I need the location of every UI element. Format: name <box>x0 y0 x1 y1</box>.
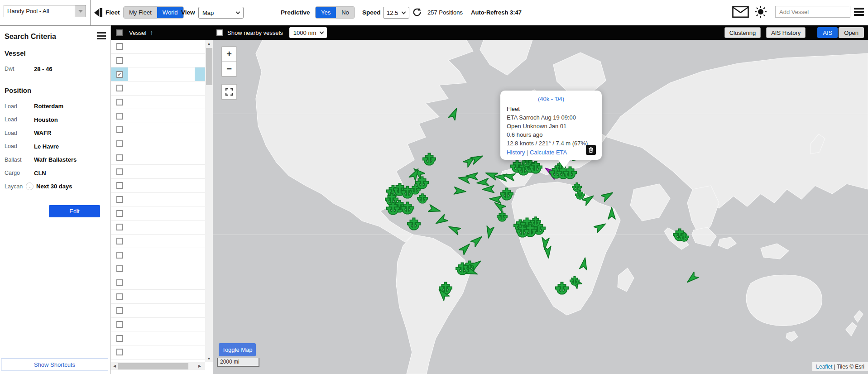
scroll-up-icon[interactable]: ▲ <box>205 40 213 47</box>
predictive-no-button[interactable]: No <box>336 7 355 18</box>
anchor-vessel-marker[interactable] <box>497 211 508 223</box>
vessel-row[interactable] <box>111 248 205 262</box>
underway-vessel-marker[interactable] <box>447 222 461 237</box>
vessel-name-cell[interactable] <box>128 221 195 234</box>
anchor-vessel-marker[interactable] <box>555 281 569 296</box>
vessel-checkbox[interactable] <box>116 265 123 272</box>
vessel-name-cell[interactable] <box>128 137 195 151</box>
vessel-checkbox[interactable] <box>116 335 123 342</box>
horizontal-scroll-thumb[interactable] <box>118 363 188 369</box>
delete-button[interactable] <box>586 145 596 155</box>
vessel-name-cell[interactable] <box>128 318 195 331</box>
clustering-button[interactable]: Clustering <box>724 27 761 38</box>
vessel-row[interactable] <box>111 40 205 54</box>
underway-vessel-marker[interactable] <box>685 272 699 287</box>
vessel-row[interactable] <box>111 54 205 68</box>
vessel-name-cell[interactable] <box>128 304 195 317</box>
vessel-row[interactable] <box>111 193 205 207</box>
vessel-row[interactable] <box>111 82 205 96</box>
vessel-row[interactable] <box>111 221 205 235</box>
sort-ascending-icon[interactable]: ↑ <box>150 29 153 36</box>
anchor-vessel-marker[interactable] <box>679 232 689 243</box>
mail-icon[interactable] <box>732 6 749 19</box>
vessel-name-cell[interactable] <box>128 276 195 290</box>
world-button[interactable]: World <box>157 7 183 18</box>
vessel-name-cell[interactable] <box>128 345 195 359</box>
vessel-checkbox[interactable] <box>116 140 123 147</box>
vessel-row[interactable] <box>111 318 205 332</box>
vessel-column-header[interactable]: Vessel <box>129 29 146 36</box>
underway-vessel-marker[interactable] <box>582 192 595 207</box>
vessel-name-cell[interactable] <box>128 40 195 53</box>
speed-select[interactable]: 12.5 <box>383 7 409 19</box>
vessel-row[interactable] <box>111 165 205 179</box>
anchor-vessel-marker[interactable] <box>529 160 542 175</box>
refresh-icon[interactable] <box>412 7 422 19</box>
vessel-row[interactable] <box>111 304 205 318</box>
underway-vessel-marker[interactable] <box>601 189 614 204</box>
vessel-checkbox[interactable] <box>116 85 123 91</box>
underway-vessel-marker[interactable] <box>459 241 472 256</box>
vessel-row[interactable] <box>111 290 205 304</box>
vessel-name-cell[interactable] <box>128 67 195 81</box>
vessel-checkbox[interactable] <box>116 154 123 161</box>
vessel-checkbox[interactable] <box>116 293 123 300</box>
vessel-row[interactable] <box>111 331 205 345</box>
vertical-scroll-thumb[interactable] <box>206 48 212 85</box>
vessel-name-cell[interactable] <box>128 206 195 220</box>
underway-vessel-marker[interactable] <box>436 287 450 302</box>
vessel-checkbox[interactable] <box>116 168 123 175</box>
vessel-name-cell[interactable] <box>128 179 195 192</box>
show-nearby-checkbox[interactable] <box>216 29 223 36</box>
vessel-row[interactable] <box>111 179 205 193</box>
vessel-checkbox[interactable] <box>116 113 123 120</box>
vessel-checkbox[interactable] <box>116 279 123 286</box>
vessel-checkbox[interactable] <box>116 71 123 78</box>
vessel-row[interactable] <box>111 67 205 82</box>
ais-history-button[interactable]: AIS History <box>766 27 806 38</box>
vessel-name-cell[interactable] <box>128 248 195 262</box>
anchor-vessel-marker[interactable] <box>516 224 529 239</box>
vessel-name-cell[interactable] <box>128 262 195 276</box>
vessel-name-cell[interactable] <box>128 54 195 67</box>
vessel-row[interactable] <box>111 235 205 249</box>
vessel-row[interactable] <box>111 151 205 165</box>
vessel-checkbox[interactable] <box>116 182 123 189</box>
anchor-vessel-marker[interactable] <box>401 201 414 216</box>
vessel-row[interactable] <box>111 262 205 276</box>
range-select[interactable]: 1000 nm <box>289 27 327 38</box>
vessel-name-cell[interactable] <box>128 82 195 95</box>
anchor-vessel-marker[interactable] <box>407 217 421 232</box>
select-all-checkbox[interactable] <box>116 29 123 36</box>
horizontal-scrollbar[interactable]: ◀ ▶ <box>111 362 205 370</box>
leaflet-link[interactable]: Leaflet <box>816 364 832 370</box>
vessel-row[interactable] <box>111 123 205 137</box>
vessel-row[interactable] <box>111 109 205 123</box>
pool-select[interactable]: Handy Pool - All <box>4 5 86 17</box>
calculate-eta-link[interactable]: Calculate ETA <box>530 149 567 156</box>
zoom-out-button[interactable]: − <box>222 62 236 76</box>
vessel-row[interactable] <box>111 96 205 110</box>
vessel-checkbox[interactable] <box>116 252 123 259</box>
vessel-name-cell[interactable] <box>128 96 195 109</box>
vessel-row[interactable] <box>111 276 205 290</box>
fullscreen-button[interactable] <box>221 84 237 100</box>
anchor-vessel-marker[interactable] <box>530 216 541 228</box>
my-fleet-button[interactable]: My Fleet <box>124 7 157 18</box>
underway-vessel-marker[interactable] <box>577 257 591 272</box>
collapse-sidebar-icon[interactable] <box>94 7 104 19</box>
vessel-checkbox[interactable] <box>116 196 123 203</box>
history-link[interactable]: History <box>507 149 525 156</box>
anchor-vessel-marker[interactable] <box>570 276 580 287</box>
vessel-name-cell[interactable] <box>128 109 195 123</box>
pool-select-dropdown-button[interactable] <box>75 5 86 17</box>
predictive-yes-button[interactable]: Yes <box>316 7 336 18</box>
underway-vessel-marker[interactable] <box>434 214 448 229</box>
vessel-checkbox[interactable] <box>116 224 123 230</box>
vessel-checkbox[interactable] <box>116 126 123 133</box>
open-toggle-button[interactable]: Open <box>839 27 864 38</box>
vertical-scrollbar[interactable]: ▲ ▼ <box>205 40 213 362</box>
vessel-row[interactable] <box>111 137 205 151</box>
underway-vessel-marker[interactable] <box>469 258 483 273</box>
underway-vessel-marker[interactable] <box>470 152 484 167</box>
